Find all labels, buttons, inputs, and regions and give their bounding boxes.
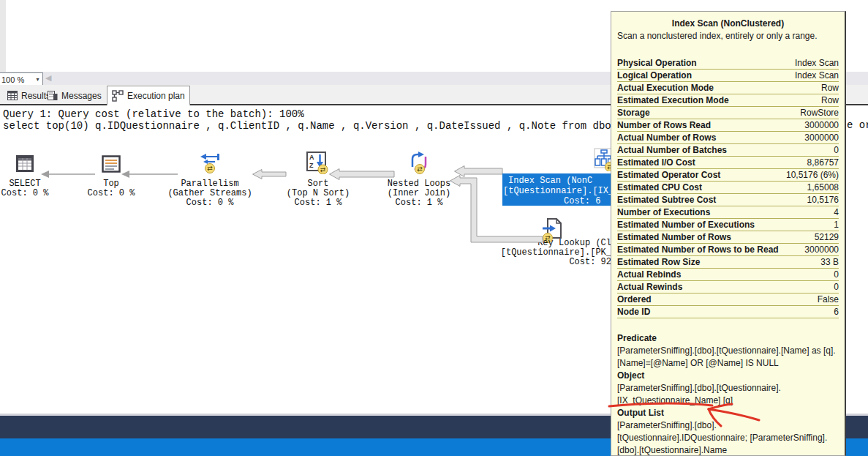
sort-node-icon[interactable]: A Z ⇄ <box>306 151 328 174</box>
query-cost-line: Query 1: Query cost (relative to the bat… <box>3 108 304 120</box>
svg-text:⇄: ⇄ <box>417 165 423 173</box>
ssms-execution-plan-window: 100 % ▾ ◀ Results Messages Execution pla… <box>0 0 868 456</box>
predicate-header: Predicate <box>617 332 839 345</box>
zoom-level-value: 100 % <box>0 75 33 84</box>
arrow-sort-to-parallelism <box>253 170 287 179</box>
property-row: Number of Executions4 <box>617 206 839 219</box>
nested-loops-node-icon[interactable]: ⇄ <box>407 151 431 174</box>
top-node-label: Top <box>103 179 119 189</box>
property-row: Actual Number of Batches0 <box>617 144 839 157</box>
tooltip-title: Index Scan (NonClustered) <box>617 18 839 29</box>
top-node-cost: Cost: 0 % <box>88 188 135 198</box>
svg-text:Z: Z <box>309 162 314 169</box>
index-scan-tooltip: Index Scan (NonClustered) Scan a nonclus… <box>611 11 846 456</box>
chevron-down-icon[interactable]: ▾ <box>33 73 42 86</box>
editor-left-margin <box>0 0 6 72</box>
property-row: Physical OperationIndex Scan <box>617 57 839 70</box>
tooltip-subtitle: Scan a nonclustered index, entirely or o… <box>617 31 839 42</box>
key-lookup-node-subtitle: [tQuestionnaire].[PK_ <box>501 247 611 258</box>
key-lookup-node-cost: Cost: 92 <box>569 257 611 267</box>
nested-loops-node-label: Nested Loops <box>388 179 450 189</box>
property-row: Estimated Number of Rows52129 <box>617 231 839 244</box>
tab-execution-plan[interactable]: Execution plan <box>107 86 190 105</box>
property-row: Actual Number of Rows3000000 <box>617 132 839 144</box>
select-node-label: SELECT <box>9 179 40 189</box>
property-row: Actual Rewinds0 <box>617 281 839 294</box>
output-list-header: Output List <box>617 407 839 419</box>
index-scan-node-selected[interactable]: Index Scan (NonC [tQuestionnaire].[IX_ C… <box>502 173 611 206</box>
top-node-icon[interactable] <box>101 154 121 174</box>
svg-text:⇄: ⇄ <box>207 165 213 172</box>
output-list-line: [ParameterSniffing].[dbo]. <box>617 419 839 432</box>
select-node-icon[interactable] <box>15 154 35 174</box>
nested-loops-node-cost: Cost: 1 % <box>396 198 443 208</box>
sort-node-label: Sort <box>308 179 329 189</box>
tooltip-properties: Physical OperationIndex Scan Logical Ope… <box>617 57 839 318</box>
property-row: Estimated Number of Executions1 <box>617 219 839 231</box>
tab-messages-label: Messages <box>61 91 102 101</box>
select-node-cost: Cost: 0 % <box>1 188 49 198</box>
key-lookup-node-label: Key Lookup (Cl <box>537 238 611 248</box>
parallelism-node-cost: Cost: 0 % <box>186 198 234 208</box>
property-row: StorageRowStore <box>617 107 839 119</box>
object-header: Object <box>617 370 839 382</box>
property-row: Node ID6 <box>617 306 839 318</box>
property-row: Estimated CPU Cost1,65008 <box>617 182 839 194</box>
property-row: Estimated I/O Cost8,86757 <box>617 157 839 169</box>
svg-text:⇄: ⇄ <box>320 166 326 173</box>
property-row: Actual Execution ModeRow <box>617 82 839 94</box>
parallelism-node-subtitle: (Gather Streams) <box>167 188 252 198</box>
predicate-line: [Name]=[@Name] OR [@Name] IS NULL <box>617 357 839 370</box>
property-row: Estimated Execution ModeRow <box>617 94 839 107</box>
arrow-nestedloops-to-sort <box>330 169 395 180</box>
index-scan-node-subtitle: [tQuestionnaire].[IX_ <box>503 186 614 196</box>
property-row: OrderedFalse <box>617 294 839 306</box>
property-row: Estimated Operator Cost10,5176 (6%) <box>617 169 839 182</box>
output-list-line: [dbo].[tQuestionnaire].Name <box>617 444 839 456</box>
object-line-index-name: [IX_tQuestionnaire_Name] [q] <box>617 395 839 407</box>
sort-node-subtitle: (Top N Sort) <box>287 188 350 198</box>
sort-node-cost: Cost: 1 % <box>295 198 342 208</box>
property-row: Estimated Number of Rows to be Read30000… <box>617 244 839 256</box>
object-line: [ParameterSniffing].[dbo].[tQuestionnair… <box>617 382 839 395</box>
property-row: Number of Rows Read3000000 <box>617 119 839 132</box>
execution-plan-icon <box>112 90 124 102</box>
query-sql-line: select top(10) q.IDQuestionnaire , q.Cli… <box>3 120 617 132</box>
parallelism-node-icon[interactable]: ⇄ <box>198 152 222 174</box>
results-grid-icon <box>7 91 18 100</box>
tab-execution-plan-label: Execution plan <box>127 91 185 101</box>
output-list-line: [tQuestionnaire].IDQuestionnaire; [Param… <box>617 432 839 444</box>
arrow-top-to-select <box>41 171 95 178</box>
tab-messages[interactable]: Messages <box>43 87 106 104</box>
arrow-parallelism-to-top <box>121 171 178 178</box>
index-scan-node-cost: Cost: 6 <box>564 196 600 206</box>
property-row: Estimated Row Size33 B <box>617 256 839 269</box>
property-row: Estimated Subtree Cost10,5176 <box>617 194 839 206</box>
arrow-indexscan-to-nestedloops <box>455 166 503 177</box>
svg-text:A: A <box>309 154 314 161</box>
predicate-line: [ParameterSniffing].[dbo].[tQuestionnair… <box>617 345 839 357</box>
nested-loops-node-subtitle: (Inner Join) <box>388 188 450 198</box>
index-scan-node-label: Index Scan (NonC <box>508 176 592 186</box>
parallelism-node-label: Parallelism <box>181 179 238 189</box>
scroll-left-arrow-icon[interactable]: ◀ <box>45 73 51 83</box>
property-row: Actual Rebinds0 <box>617 269 839 281</box>
query-sql-line-right-fragment: e or <box>847 119 868 131</box>
messages-icon <box>48 91 58 101</box>
property-row: Logical OperationIndex Scan <box>617 70 839 82</box>
